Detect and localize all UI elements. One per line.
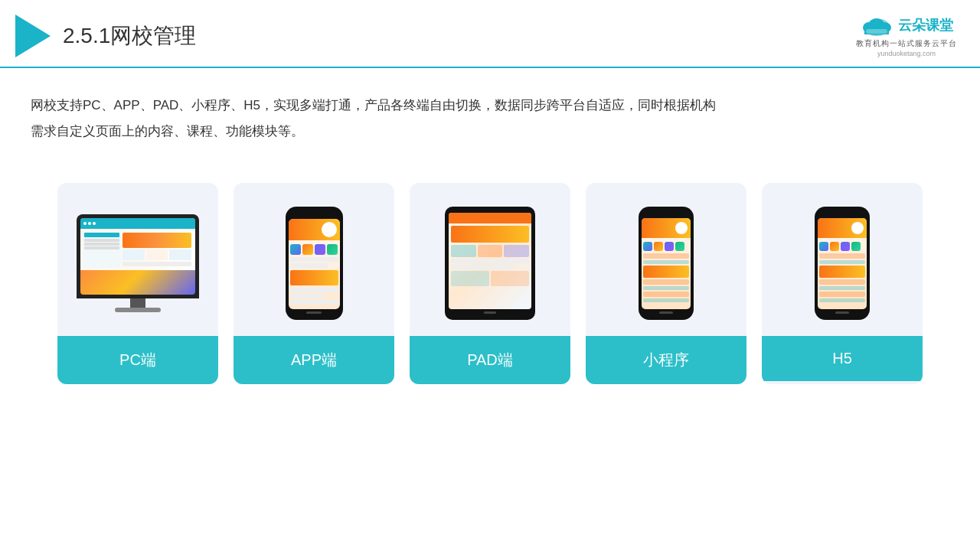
device-mini-phone-h5 [815,207,870,320]
description-area: 网校支持PC、APP、PAD、小程序、H5，实现多端打通，产品各终端自由切换，数… [0,68,842,157]
card-h5: H5 [762,183,923,384]
monitor-content [80,229,195,270]
app-avatar [322,222,337,237]
mp-icons [643,242,689,251]
card-miniprogram-label: 小程序 [586,336,746,384]
page-title: 2.5.1网校管理 [63,21,196,51]
h5-icons [819,242,865,251]
cards-container: PC端 [0,165,980,407]
device-pc [77,214,199,312]
phone-notch [305,213,322,217]
logo-url: yunduoketang.com [877,50,936,57]
card-h5-image [762,183,923,336]
logo-cloud: 云朵课堂 [860,14,953,37]
mini-phone-home-h5 [835,311,849,314]
play-icon [15,15,51,57]
description-line1: 网校支持PC、APP、PAD、小程序、H5，实现多端打通，产品各终端自由切换，数… [31,93,812,119]
cloud-icon [860,14,893,37]
h5-content [818,238,867,305]
device-mini-phone-mp [639,207,694,320]
mini-phone-notch-h5 [835,213,850,216]
card-miniprogram-image [586,183,746,336]
card-h5-label: H5 [762,336,923,381]
tablet-header [449,213,531,223]
mini-phone-notch-mp [658,213,674,216]
card-miniprogram: 小程序 [586,183,746,384]
h5-banner [818,218,867,238]
device-tablet [445,207,535,320]
logo-tagline: 教育机构一站式服务云平台 [856,38,957,49]
monitor-neck [130,298,145,308]
mini-phone-screen-mp [642,218,691,309]
mini-phone-home-mp [659,311,673,314]
card-app: APP端 [234,183,394,384]
card-pad-image [410,183,570,336]
app-banner [289,219,340,240]
monitor-screen [80,218,195,295]
phone-screen-app [289,219,340,309]
card-pad: PAD端 [410,183,570,384]
device-phone-app [286,207,343,320]
monitor-body [77,214,199,298]
phone-home-app [306,311,322,314]
card-pc-label: PC端 [57,336,218,384]
logo-area: 云朵课堂 教育机构一站式服务云平台 yunduoketang.com [856,14,957,57]
monitor-stand [115,308,161,312]
app-icons [290,244,338,255]
monitor-bar [80,218,195,229]
card-app-label: APP端 [234,336,394,384]
svg-rect-7 [866,29,887,34]
card-pc-image [57,183,218,336]
mp-banner [642,218,691,238]
page-header: 2.5.1网校管理 云朵课堂 教育机构一站式服务云平台 yunduoketang… [0,0,980,68]
mp-content [642,238,691,305]
tablet-home [484,311,496,314]
app-content [289,240,340,308]
logo-text: 云朵课堂 [898,16,953,34]
mini-phone-screen-h5 [818,218,867,309]
tablet-screen [449,213,531,309]
card-pad-label: PAD端 [410,336,570,384]
card-app-image [234,183,394,336]
description-line2: 需求自定义页面上的内容、课程、功能模块等。 [31,119,812,145]
mp-avatar [675,222,688,234]
header-left: 2.5.1网校管理 [15,15,196,57]
card-pc: PC端 [57,183,218,384]
h5-avatar [851,222,864,234]
